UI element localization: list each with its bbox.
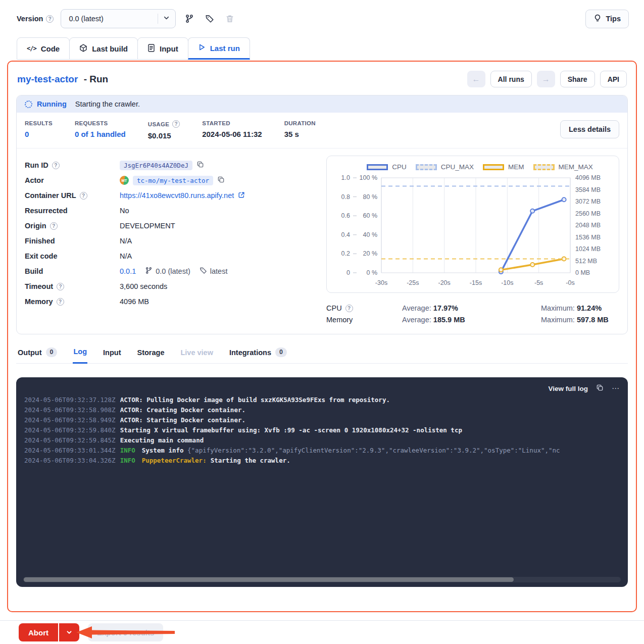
horizontal-scrollbar[interactable] — [23, 577, 621, 582]
help-icon[interactable]: ? — [46, 15, 54, 23]
row-container-url: Container URL? https://41xo8ewcvt80.runs… — [25, 188, 314, 203]
actor-name-link[interactable]: my-test-actor — [17, 74, 78, 84]
cpu-average-value: 17.97% — [433, 304, 458, 312]
tab-log[interactable]: Log — [73, 345, 87, 364]
run-details-area: Run ID? JsgEr6P40s4AZ0DeJ Actor MT tc-mo… — [17, 148, 627, 334]
api-button[interactable]: API — [600, 71, 627, 87]
svg-text:-0s: -0s — [566, 279, 574, 286]
container-url-link[interactable]: https://41xo8ewcvt80.runs.apify.net — [120, 191, 234, 200]
svg-text:-30s: -30s — [375, 279, 387, 286]
build-number-link[interactable]: 0.0.1 — [120, 267, 136, 275]
lightbulb-icon — [593, 14, 602, 24]
stat-usage: USAGE? $0.015 — [148, 120, 180, 140]
tab-last-run[interactable]: Last run — [188, 37, 250, 60]
run-header: my-test-actor - Run ← All runs → Share A… — [16, 71, 628, 87]
stat-results: RESULTS 0 — [25, 120, 53, 138]
spinner-icon — [25, 101, 32, 108]
resource-chart-section: CPU CPU_MAX MEM MEM_MAX -30s-25s-20s-15s… — [326, 156, 619, 324]
external-link-icon[interactable] — [238, 191, 245, 200]
legend-swatch — [367, 164, 388, 170]
help-icon[interactable]: ? — [52, 162, 60, 169]
abort-button[interactable]: Abort — [19, 623, 58, 641]
more-options-icon[interactable]: ⋯ — [612, 384, 620, 393]
svg-text:0: 0 — [346, 269, 350, 276]
branch-icon — [145, 267, 153, 276]
legend-swatch — [533, 164, 555, 170]
page-title: my-test-actor - Run — [17, 74, 108, 85]
help-icon[interactable]: ? — [345, 305, 353, 312]
top-bar: Version ? 0.0 (latest) Tips — [0, 0, 644, 28]
help-icon[interactable]: ? — [80, 192, 87, 200]
legend-cpu[interactable]: CPU — [367, 163, 407, 171]
less-details-button[interactable]: Less details — [560, 120, 619, 138]
status-badge: Running — [37, 100, 67, 108]
svg-text:-5s: -5s — [534, 279, 543, 286]
status-message: Starting the crawler. — [75, 100, 140, 108]
document-icon — [147, 44, 155, 54]
svg-text:3072 MB: 3072 MB — [575, 198, 601, 205]
actor-badge[interactable]: tc-mo/my-test-actor — [133, 176, 213, 185]
svg-text:0 MB: 0 MB — [575, 269, 590, 276]
tag-icon[interactable] — [203, 12, 216, 25]
footer-divider — [0, 620, 644, 621]
row-build: Build 0.0.1 0.0 (latest) latest — [25, 264, 314, 279]
version-dropdown[interactable]: 0.0 (latest) — [61, 9, 176, 28]
legend-cpu-max[interactable]: CPU_MAX — [416, 163, 474, 171]
stat-requests: REQUESTS 0 of 1 handled — [75, 120, 126, 138]
all-runs-button[interactable]: All runs — [490, 71, 532, 87]
requests-value[interactable]: 0 of 1 handled — [75, 130, 126, 138]
chart-legend: CPU CPU_MAX MEM MEM_MAX — [331, 163, 615, 171]
legend-mem-max[interactable]: MEM_MAX — [533, 163, 593, 171]
log-line: 2024-05-06T09:33:01.344ZINFOSystem info … — [24, 445, 620, 456]
help-icon[interactable]: ? — [50, 222, 58, 230]
svg-text:40 %: 40 % — [363, 231, 378, 238]
share-button[interactable]: Share — [560, 71, 595, 87]
tab-code[interactable]: </> Code — [17, 37, 70, 60]
help-icon[interactable]: ? — [57, 283, 64, 290]
svg-text:-20s: -20s — [438, 279, 451, 286]
stat-duration: DURATION 35 s — [284, 120, 316, 138]
abort-dropdown-button[interactable] — [58, 623, 79, 641]
tab-input-storage[interactable]: Input — [103, 345, 121, 364]
tag-icon — [200, 267, 207, 276]
memory-maximum-value: 597.8 MB — [577, 316, 609, 324]
scrollbar-thumb[interactable] — [24, 577, 514, 582]
log-line: 2024-05-06T09:32:59.840ZStarting X virtu… — [24, 425, 620, 435]
view-full-log-button[interactable]: View full log — [548, 385, 588, 392]
branch-icon[interactable] — [183, 12, 196, 25]
tab-storage[interactable]: Storage — [136, 345, 165, 364]
stat-started: STARTED 2024-05-06 11:32 — [202, 120, 262, 138]
main-tab-bar: </> Code Last build Input Last run — [17, 37, 644, 60]
tab-output[interactable]: Output0 — [17, 345, 58, 364]
log-line: 2024-05-06T09:32:37.128ZACTOR: Pulling D… — [24, 395, 620, 405]
tips-button[interactable]: Tips — [585, 10, 629, 28]
results-value[interactable]: 0 — [25, 130, 53, 138]
footer-actions: Abort Export 0 results — [19, 623, 644, 642]
play-icon — [198, 43, 206, 53]
log-line: 2024-05-06T09:33:04.326ZINFOPuppeteerCra… — [24, 456, 620, 466]
svg-text:-25s: -25s — [407, 279, 419, 286]
tab-integrations[interactable]: Integrations0 — [229, 345, 287, 364]
copy-icon[interactable] — [217, 176, 225, 185]
legend-mem[interactable]: MEM — [483, 163, 524, 171]
row-timeout: Timeout? 3,600 seconds — [25, 279, 314, 294]
copy-icon[interactable] — [196, 161, 204, 170]
tab-live-view: Live view — [180, 345, 213, 364]
copy-icon[interactable] — [596, 384, 604, 393]
run-detail-container: my-test-actor - Run ← All runs → Share A… — [7, 61, 637, 612]
tab-input[interactable]: Input — [137, 37, 188, 60]
trash-icon — [223, 12, 236, 25]
help-icon[interactable]: ? — [57, 298, 64, 306]
svg-text:1.0: 1.0 — [341, 174, 350, 181]
svg-text:0.6: 0.6 — [341, 212, 350, 219]
row-resurrected: Resurrected No — [25, 203, 314, 218]
svg-text:-10s: -10s — [501, 279, 513, 286]
log-line: 2024-05-06T09:32:58.908ZACTOR: Creating … — [24, 405, 620, 415]
svg-text:0 %: 0 % — [366, 269, 377, 276]
cpu-memory-stats: CPU? Average: 17.97% Maximum: 91.24% Mem… — [326, 304, 619, 324]
resource-usage-chart: CPU CPU_MAX MEM MEM_MAX -30s-25s-20s-15s… — [326, 156, 619, 293]
log-line: 2024-05-06T09:32:59.845ZExecuting main c… — [24, 435, 620, 445]
tab-last-build[interactable]: Last build — [69, 37, 138, 60]
version-label: Version — [17, 15, 43, 23]
help-icon[interactable]: ? — [172, 120, 180, 128]
